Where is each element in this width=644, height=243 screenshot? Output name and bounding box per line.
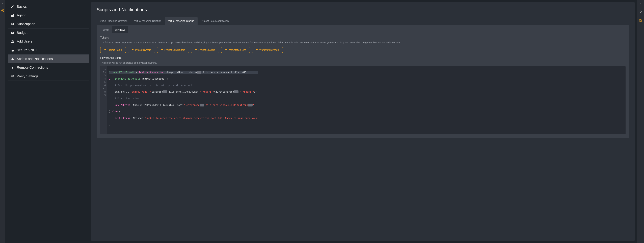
add-button[interactable] — [1, 9, 4, 12]
tag-icon — [104, 48, 106, 51]
token-project-contributors[interactable]: Project Contributors — [157, 47, 189, 53]
lock-icon — [11, 48, 14, 52]
sidebar-item-label: Secure VNET — [17, 48, 37, 52]
page-title: Scripts and Notifications — [96, 7, 629, 12]
editor-gutter: 1 2▾ 3 4 5 6 7▾ 8 9 — [100, 66, 107, 134]
token-workstation-size[interactable]: Workstation Size — [221, 47, 250, 53]
token-project-owners[interactable]: Project Owners — [128, 47, 155, 53]
collapse-right-icon[interactable]: « — [640, 2, 641, 4]
right-rail: « — [637, 0, 644, 243]
sliders-icon — [11, 74, 14, 78]
sidebar-item-label: Add Users — [17, 39, 32, 43]
sidebar-item-label: Proxy Settings — [17, 74, 38, 78]
sidebar-item-proxy-settings[interactable]: Proxy Settings — [8, 72, 89, 81]
svg-point-7 — [13, 40, 14, 41]
token-label: Workstation Image — [259, 48, 279, 51]
svg-point-6 — [12, 40, 13, 41]
token-project-readers[interactable]: Project Readers — [191, 47, 219, 53]
token-label: Project Owners — [135, 48, 151, 51]
svg-point-5 — [12, 32, 13, 33]
sidebar-item-label: Scripts and Notifications — [17, 57, 53, 61]
sidebar-item-label: Agent — [17, 13, 26, 17]
token-workstation-image[interactable]: Workstation Image — [252, 47, 282, 53]
editor-code[interactable]: $connectTestResult = Test-NetConnection … — [107, 66, 259, 134]
undo-button[interactable] — [639, 10, 642, 13]
tab-vm-deletion[interactable]: Virtual Machine Deletion — [131, 17, 165, 25]
token-label: Project Readers — [198, 48, 215, 51]
bell-icon — [11, 57, 14, 61]
sidebar-item-label: Budget — [17, 31, 27, 35]
token-label: Workstation Size — [228, 48, 246, 51]
sidebar-item-secure-vnet[interactable]: Secure VNET — [8, 46, 89, 55]
tabs-os: Linux Windows — [96, 25, 629, 33]
tag-icon — [195, 48, 197, 51]
token-label: Project Contributors — [164, 48, 185, 51]
token-project-name[interactable]: Project Name — [100, 47, 126, 53]
sidebar-item-scripts-notifications[interactable]: Scripts and Notifications — [8, 55, 89, 63]
sidebar-item-agent[interactable]: Agent — [8, 11, 89, 20]
expand-left-icon[interactable]: » — [2, 2, 3, 4]
tag-icon — [161, 48, 163, 51]
sidebar: Basics Agent Subscription Budget Add Use… — [5, 0, 91, 243]
tab-vm-creation[interactable]: Virtual Machine Creation — [96, 17, 131, 25]
script-heading: PowerShell Script — [100, 56, 626, 59]
tokens-heading: Tokens — [100, 36, 626, 39]
sidebar-item-add-users[interactable]: Add Users — [8, 37, 89, 46]
svg-point-9 — [13, 77, 13, 77]
script-description: This script will be run on startup of th… — [100, 61, 626, 65]
sidebar-item-basics[interactable]: Basics — [8, 2, 89, 11]
svg-point-8 — [13, 75, 14, 76]
svg-rect-1 — [12, 15, 12, 17]
bars-icon — [11, 13, 14, 17]
tabs-event: Virtual Machine Creation Virtual Machine… — [96, 17, 629, 25]
sidebar-item-subscription[interactable]: Subscription — [8, 20, 89, 28]
pencil-icon — [11, 5, 14, 8]
plug-icon — [11, 66, 14, 69]
svg-rect-2 — [12, 15, 13, 16]
tab-vm-startup[interactable]: Virtual Machine Startup — [165, 17, 198, 25]
tab-windows[interactable]: Windows — [112, 26, 128, 33]
save-button[interactable] — [639, 19, 642, 23]
sidebar-item-budget[interactable]: Budget — [8, 28, 89, 37]
main-panel: Scripts and Notifications Virtual Machin… — [91, 2, 634, 241]
users-icon — [11, 40, 14, 43]
sidebar-item-label: Remote Connections — [17, 66, 48, 69]
tag-icon — [132, 48, 134, 51]
news-icon — [11, 22, 14, 26]
left-rail: » — [0, 0, 5, 243]
tag-icon — [256, 48, 258, 51]
sidebar-item-remote-connections[interactable]: Remote Connections — [8, 63, 89, 72]
tab-role-mod[interactable]: Project Role Modification — [198, 17, 232, 25]
tokens-description: The following tokens represent data that… — [100, 41, 626, 44]
token-row: Project NameProject OwnersProject Contri… — [100, 47, 626, 53]
token-label: Project Name — [108, 48, 122, 51]
tab-linux[interactable]: Linux — [100, 26, 112, 33]
sidebar-item-label: Basics — [17, 5, 27, 8]
script-editor[interactable]: 1 2▾ 3 4 5 6 7▾ 8 9 $connectTestResult =… — [100, 66, 626, 134]
tag-icon — [225, 48, 227, 51]
sidebar-item-label: Subscription — [17, 22, 35, 26]
cash-icon — [11, 31, 14, 35]
svg-rect-3 — [13, 14, 14, 16]
